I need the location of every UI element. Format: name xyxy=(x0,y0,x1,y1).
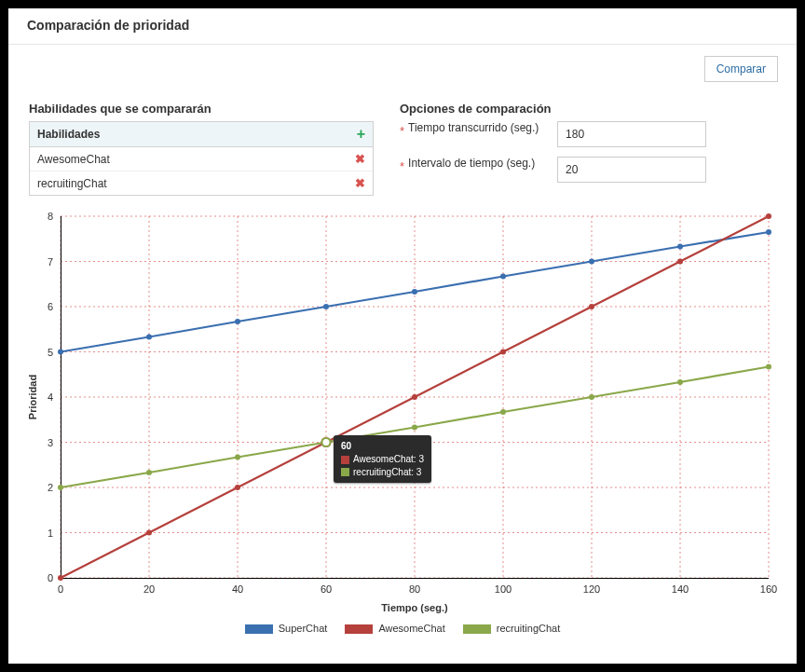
legend-item[interactable]: AwesomeChat xyxy=(345,623,444,634)
svg-point-56 xyxy=(677,259,683,265)
svg-text:Prioridad: Prioridad xyxy=(27,375,38,419)
compare-button[interactable]: Comparar xyxy=(704,56,778,82)
svg-point-49 xyxy=(58,575,63,581)
legend-item[interactable]: recruitingChat xyxy=(463,623,560,634)
svg-point-51 xyxy=(235,485,240,490)
skills-panel: Habilidades que se compararán Habilidade… xyxy=(29,102,374,196)
interval-label: Intervalo de tiempo (seg.) xyxy=(408,157,548,171)
svg-text:60: 60 xyxy=(321,583,332,595)
skill-name: AwesomeChat xyxy=(37,153,110,166)
interval-input[interactable] xyxy=(557,157,706,183)
chart-svg: 020406080100120140160012345678Tiempo (se… xyxy=(25,207,778,617)
app-window: Comparación de prioridad Comparar Habili… xyxy=(8,8,797,664)
svg-text:2: 2 xyxy=(48,482,53,493)
svg-point-64 xyxy=(589,394,594,400)
svg-text:0: 0 xyxy=(48,572,53,583)
remove-skill-icon[interactable]: ✖ xyxy=(355,176,365,190)
svg-point-45 xyxy=(500,274,506,280)
svg-text:5: 5 xyxy=(48,347,53,358)
legend-label: AwesomeChat xyxy=(378,623,444,634)
svg-point-63 xyxy=(500,409,506,415)
svg-point-65 xyxy=(677,379,683,385)
svg-point-57 xyxy=(766,213,771,219)
svg-text:Tiempo (seg.): Tiempo (seg.) xyxy=(381,602,448,613)
svg-point-46 xyxy=(589,259,594,265)
action-bar: Comparar xyxy=(8,45,797,94)
chart-legend: SuperChat AwesomeChat recruitingChat xyxy=(25,617,780,634)
svg-text:4: 4 xyxy=(48,391,53,403)
required-marker: * xyxy=(400,159,404,173)
page-title: Comparación de prioridad xyxy=(27,18,778,33)
skills-table: Habilidades + AwesomeChat ✖ recruitingCh… xyxy=(29,121,374,196)
svg-point-44 xyxy=(412,289,417,295)
header: Comparación de prioridad xyxy=(8,8,797,45)
svg-point-60 xyxy=(235,455,240,460)
svg-point-48 xyxy=(766,229,771,235)
skills-table-header: Habilidades + xyxy=(30,122,373,147)
svg-text:100: 100 xyxy=(495,583,512,595)
required-marker: * xyxy=(400,124,404,138)
svg-text:0: 0 xyxy=(58,583,63,595)
svg-text:140: 140 xyxy=(672,583,689,595)
option-row-interval: * Intervalo de tiempo (seg.) xyxy=(400,157,776,183)
skills-section-title: Habilidades que se compararán xyxy=(29,102,374,116)
skill-name: recruitingChat xyxy=(37,177,107,190)
svg-point-42 xyxy=(235,319,240,324)
skills-header-label: Habilidades xyxy=(37,128,100,141)
svg-text:3: 3 xyxy=(48,437,53,448)
svg-point-55 xyxy=(589,304,594,309)
svg-point-59 xyxy=(146,470,152,475)
svg-text:6: 6 xyxy=(48,301,53,312)
svg-point-50 xyxy=(146,530,152,536)
config-section: Habilidades que se compararán Habilidade… xyxy=(8,94,797,201)
table-row: recruitingChat ✖ xyxy=(30,171,373,195)
chart: 020406080100120140160012345678Tiempo (se… xyxy=(25,207,780,645)
elapsed-label: Tiempo transcurrido (seg.) xyxy=(408,121,548,135)
svg-text:120: 120 xyxy=(583,583,600,595)
legend-label: SuperChat xyxy=(279,623,328,634)
svg-point-58 xyxy=(58,485,63,490)
svg-point-43 xyxy=(323,304,329,309)
svg-point-66 xyxy=(766,364,771,370)
legend-swatch xyxy=(463,624,491,634)
legend-item[interactable]: SuperChat xyxy=(245,623,328,634)
svg-text:40: 40 xyxy=(232,583,243,595)
option-row-elapsed: * Tiempo transcurrido (seg.) xyxy=(400,121,776,147)
remove-skill-icon[interactable]: ✖ xyxy=(355,152,365,166)
svg-text:8: 8 xyxy=(48,211,53,222)
svg-text:160: 160 xyxy=(760,583,777,595)
chart-tooltip: 60AwesomeChat: 3recruitingChat: 3 xyxy=(334,435,431,484)
svg-point-53 xyxy=(412,394,417,400)
svg-point-40 xyxy=(58,350,63,355)
svg-text:20: 20 xyxy=(143,583,155,595)
legend-swatch xyxy=(245,624,273,634)
legend-swatch xyxy=(345,624,373,634)
svg-point-41 xyxy=(146,334,152,339)
options-section-title: Opciones de comparación xyxy=(400,102,776,116)
svg-text:80: 80 xyxy=(409,583,420,595)
legend-label: recruitingChat xyxy=(497,623,560,634)
svg-point-68 xyxy=(322,438,331,446)
elapsed-input[interactable] xyxy=(557,121,706,147)
svg-point-54 xyxy=(500,350,506,355)
svg-point-47 xyxy=(677,243,683,249)
svg-point-62 xyxy=(412,424,417,430)
svg-text:1: 1 xyxy=(48,528,53,539)
svg-text:7: 7 xyxy=(48,256,53,267)
options-panel: Opciones de comparación * Tiempo transcu… xyxy=(400,102,776,196)
add-skill-icon[interactable]: + xyxy=(357,128,365,141)
table-row: AwesomeChat ✖ xyxy=(30,147,373,171)
